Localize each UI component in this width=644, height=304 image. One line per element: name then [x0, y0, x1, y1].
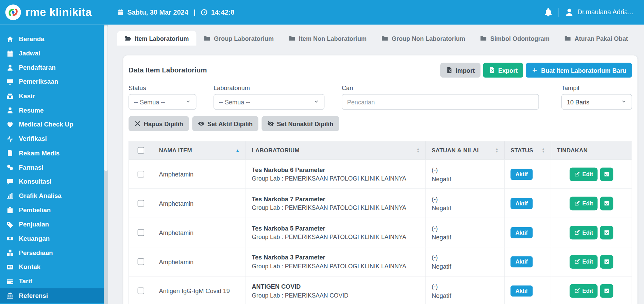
column-header-nama-item[interactable]: NAMA ITEM▲ [153, 141, 245, 159]
user-menu[interactable]: Dr.maulana Adria... [565, 8, 633, 17]
sidebar-item-resume[interactable]: Resume [0, 103, 104, 118]
show-rows-select[interactable]: 10 Baris [561, 94, 632, 110]
select-row-button[interactable] [600, 255, 613, 269]
chevron-down-icon [313, 99, 319, 105]
pulse-icon [6, 135, 14, 142]
sort-icon: ▲▼ [417, 148, 420, 153]
sidebar-item-pemeriksaan[interactable]: Pemeriksaan [0, 75, 104, 89]
sidebar-item-rekam-medis[interactable]: Rekam Medis [0, 146, 104, 160]
import-button[interactable]: Import [440, 63, 480, 78]
edit-button[interactable]: Edit [570, 284, 598, 298]
bulk-button-label: Set Nonaktif Dipilih [277, 120, 333, 127]
select-row-button[interactable] [600, 284, 613, 298]
sidebar-item-penjualan[interactable]: Penjualan [0, 217, 104, 232]
home-icon [6, 36, 14, 43]
actions-cell: Edit [551, 160, 632, 189]
status-filter-select[interactable]: -- Semua -- [129, 94, 196, 110]
tab-item-non-laboratorium[interactable]: Item Non Laboratorium [281, 31, 374, 46]
search-label: Cari [342, 84, 539, 91]
sidebar-scrollbar-thumb[interactable] [104, 26, 108, 171]
brand-title: rme klinikita [26, 6, 92, 19]
row-checkbox[interactable] [138, 288, 144, 294]
edit-button[interactable]: Edit [570, 226, 598, 239]
sidebar-item-label: Farmasi [19, 164, 44, 171]
tab-group-laboratorium[interactable]: Group Laboratorium [196, 31, 281, 46]
laboratorium-filter-value: -- Semua -- [219, 98, 250, 105]
sidebar-item-medical-check-up[interactable]: Medical Check Up [0, 118, 104, 132]
laboratorium-cell: Tes Narkoba 5 Parameter Group Lab : PEME… [245, 218, 425, 247]
sidebar-item-verifikasi[interactable]: Verifikasi [0, 132, 104, 146]
brand[interactable]: rme klinikita [0, 4, 108, 20]
check-square-icon [604, 230, 610, 235]
sidebar-item-jadwal[interactable]: Jadwal [0, 46, 104, 61]
select-row-button[interactable] [600, 226, 613, 239]
edit-button[interactable]: Edit [570, 167, 598, 181]
bank-icon [6, 292, 14, 299]
eye-off-icon [267, 120, 274, 127]
sidebar-item-konsultasi[interactable]: Konsultasi [0, 174, 104, 189]
search-input[interactable] [342, 94, 539, 110]
laboratorium-filter-label: Laboratorium [214, 84, 324, 91]
edit-button[interactable]: Edit [570, 255, 598, 269]
check-square-icon [604, 288, 610, 294]
money-icon [6, 235, 14, 242]
sidebar-item-grafik-analisa[interactable]: Grafik Analisa [0, 189, 104, 203]
column-header-status[interactable]: STATUS▲▼ [504, 141, 550, 159]
set-nonaktif-dipilih-button[interactable]: Set Nonaktif Dipilih [262, 116, 339, 131]
satuan-nilai-cell: (-) Negatif [425, 218, 504, 247]
table-row: Amphetamin Tes Narkoba 7 Parameter Group… [129, 188, 631, 218]
sidebar-item-kasir[interactable]: Kasir [0, 89, 104, 103]
tab-aturan-pakai-obat[interactable]: Aturan Pakai Obat [557, 31, 635, 46]
tab-item-laboratorium[interactable]: Item Laboratorium [117, 31, 196, 46]
sidebar-item-label: Medical Check Up [19, 121, 73, 129]
sidebar-item-persediaan[interactable]: Persediaan [0, 246, 104, 260]
column-header-satuan-nilai[interactable]: SATUAN & NILAI▲▼ [425, 141, 504, 159]
app-viewport: rme klinikita Sabtu, 30 Mar 2024 | 14:42… [0, 0, 644, 304]
pills-icon [6, 164, 14, 171]
row-checkbox[interactable] [138, 258, 144, 265]
row-checkbox[interactable] [138, 229, 144, 236]
tab-group-non-laboratorium[interactable]: Group Non Laboratorium [374, 31, 473, 46]
table-row: Amphetamin Tes Narkoba 6 Parameter Group… [129, 159, 631, 189]
sidebar-scrollbar[interactable] [104, 24, 108, 304]
sidebar-item-kontak[interactable]: Kontak [0, 260, 104, 274]
item-name-cell: Amphetamin [153, 189, 245, 218]
laboratorium-cell: Tes Narkoba 7 Parameter Group Lab : PEME… [245, 189, 425, 218]
calendar-icon [117, 9, 123, 16]
actions-cell: Edit [551, 218, 632, 247]
item-name: Amphetamin [159, 171, 240, 178]
hapus-dipilih-button[interactable]: Hapus Dipilih [129, 116, 189, 131]
row-checkbox[interactable] [138, 200, 144, 206]
export-button[interactable]: Export [483, 63, 523, 78]
sidebar-item-farmasi[interactable]: Farmasi [0, 160, 104, 174]
set-aktif-dipilih-button[interactable]: Set Aktif Dipilih [192, 116, 258, 131]
laboratorium-filter-select[interactable]: -- Semua -- [214, 94, 324, 110]
sidebar-item-pembelian[interactable]: Pembelian [0, 203, 104, 217]
table-row: Antigen IgG-IgM Covid 19 ANTIGEN COVID G… [129, 276, 631, 304]
edit-button[interactable]: Edit [570, 197, 598, 210]
sidebar-item-tarif[interactable]: Tarif [0, 274, 104, 288]
sidebar-item-keuangan[interactable]: Keuangan [0, 232, 104, 246]
sidebar-item-pendaftaran[interactable]: Pendaftaran [0, 61, 104, 75]
table-body: Amphetamin Tes Narkoba 6 Parameter Group… [129, 159, 631, 304]
status-cell: Aktif [504, 247, 550, 276]
folder-icon [289, 35, 295, 41]
satuan-value: (-) [432, 254, 499, 261]
person-icon [6, 107, 14, 114]
pencil-icon [574, 171, 580, 177]
folder-open-icon [124, 35, 131, 41]
select-row-button[interactable] [600, 167, 613, 181]
satuan-value: (-) [432, 224, 499, 232]
create-item-button[interactable]: Buat Item Laboratorium Baru [526, 63, 632, 78]
sidebar-item-referensi[interactable]: Referensi [0, 288, 104, 303]
notifications-bell-icon[interactable] [544, 8, 553, 17]
row-checkbox[interactable] [138, 171, 144, 177]
select-row-button[interactable] [600, 197, 613, 210]
sidebar-item-beranda[interactable]: Beranda [0, 32, 104, 46]
tab-simbol-odontogram[interactable]: Simbol Odontogram [473, 31, 557, 46]
table-header-row: NAMA ITEM▲LABORATORIUM▲▼SATUAN & NILAI▲▼… [129, 141, 631, 159]
tab-bar: Item Laboratorium Group Laboratorium Ite… [117, 31, 644, 46]
select-all-checkbox[interactable] [138, 147, 144, 153]
edit-button-label: Edit [582, 229, 593, 236]
column-header-laboratorium[interactable]: LABORATORIUM▲▼ [245, 141, 425, 159]
